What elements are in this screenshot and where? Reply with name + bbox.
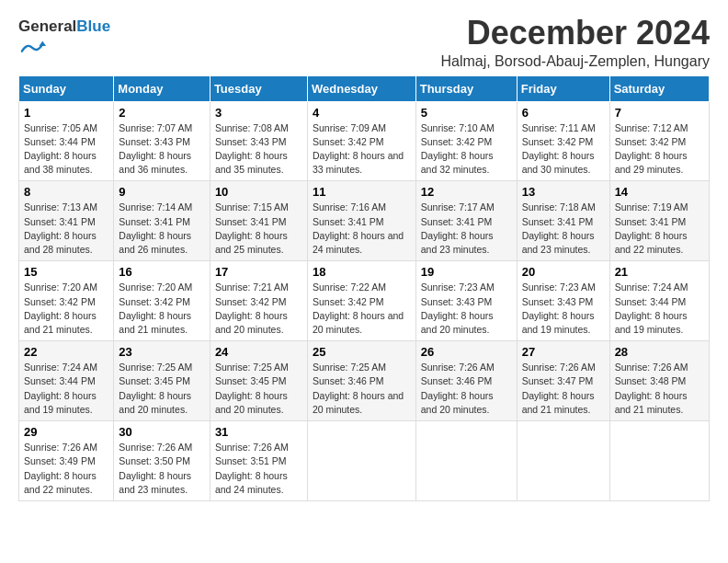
day-info: Sunrise: 7:26 AMSunset: 3:50 PMDaylight:…: [119, 442, 192, 495]
calendar-cell: 22Sunrise: 7:24 AMSunset: 3:44 PMDayligh…: [19, 341, 114, 421]
calendar-cell: 26Sunrise: 7:26 AMSunset: 3:46 PMDayligh…: [415, 341, 517, 421]
calendar-header-wednesday: Wednesday: [307, 75, 415, 101]
day-number: 19: [421, 265, 512, 279]
day-number: 1: [24, 106, 108, 120]
day-number: 8: [24, 185, 108, 199]
calendar-cell: 28Sunrise: 7:26 AMSunset: 3:48 PMDayligh…: [609, 341, 709, 421]
calendar-header-saturday: Saturday: [609, 75, 709, 101]
day-number: 5: [421, 106, 512, 120]
day-number: 17: [215, 265, 302, 279]
calendar-week-3: 15Sunrise: 7:20 AMSunset: 3:42 PMDayligh…: [19, 261, 710, 341]
calendar-cell: 23Sunrise: 7:25 AMSunset: 3:45 PMDayligh…: [114, 341, 210, 421]
calendar-cell: 15Sunrise: 7:20 AMSunset: 3:42 PMDayligh…: [19, 261, 114, 341]
calendar-cell: 29Sunrise: 7:26 AMSunset: 3:49 PMDayligh…: [19, 421, 114, 501]
calendar-cell: [609, 421, 709, 501]
calendar-header-monday: Monday: [114, 75, 210, 101]
day-info: Sunrise: 7:23 AMSunset: 3:43 PMDaylight:…: [421, 282, 495, 335]
calendar-cell: 9Sunrise: 7:14 AMSunset: 3:41 PMDaylight…: [114, 181, 210, 261]
day-info: Sunrise: 7:20 AMSunset: 3:42 PMDaylight:…: [24, 282, 97, 335]
day-info: Sunrise: 7:08 AMSunset: 3:43 PMDaylight:…: [215, 122, 289, 176]
calendar-cell: 30Sunrise: 7:26 AMSunset: 3:50 PMDayligh…: [114, 421, 210, 501]
calendar-cell: 18Sunrise: 7:22 AMSunset: 3:42 PMDayligh…: [307, 261, 415, 341]
calendar-cell: 19Sunrise: 7:23 AMSunset: 3:43 PMDayligh…: [415, 261, 517, 341]
calendar-cell: 24Sunrise: 7:25 AMSunset: 3:45 PMDayligh…: [210, 341, 307, 421]
day-info: Sunrise: 7:17 AMSunset: 3:41 PMDaylight:…: [421, 201, 495, 255]
day-number: 15: [24, 265, 108, 279]
calendar-week-2: 8Sunrise: 7:13 AMSunset: 3:41 PMDaylight…: [19, 181, 710, 261]
day-number: 25: [313, 345, 411, 359]
calendar-cell: 17Sunrise: 7:21 AMSunset: 3:42 PMDayligh…: [210, 261, 307, 341]
calendar-cell: 13Sunrise: 7:18 AMSunset: 3:41 PMDayligh…: [517, 181, 609, 261]
logo: GeneralBlue: [18, 18, 110, 60]
logo-wave-icon: [20, 34, 46, 60]
day-info: Sunrise: 7:25 AMSunset: 3:45 PMDaylight:…: [119, 362, 192, 415]
calendar-cell: 25Sunrise: 7:25 AMSunset: 3:46 PMDayligh…: [307, 341, 415, 421]
day-info: Sunrise: 7:18 AMSunset: 3:41 PMDaylight:…: [522, 201, 596, 255]
day-info: Sunrise: 7:05 AMSunset: 3:44 PMDaylight:…: [24, 122, 97, 176]
calendar-cell: 16Sunrise: 7:20 AMSunset: 3:42 PMDayligh…: [114, 261, 210, 341]
day-info: Sunrise: 7:14 AMSunset: 3:41 PMDaylight:…: [119, 201, 192, 255]
day-info: Sunrise: 7:25 AMSunset: 3:45 PMDaylight:…: [215, 362, 289, 415]
day-number: 13: [522, 185, 605, 199]
day-number: 20: [522, 265, 605, 279]
calendar-cell: 6Sunrise: 7:11 AMSunset: 3:42 PMDaylight…: [517, 101, 609, 181]
day-info: Sunrise: 7:21 AMSunset: 3:42 PMDaylight:…: [215, 282, 289, 335]
day-info: Sunrise: 7:24 AMSunset: 3:44 PMDaylight:…: [24, 362, 97, 415]
day-number: 26: [421, 345, 512, 359]
header: GeneralBlue December 2024 Halmaj, Borsod…: [18, 15, 710, 70]
calendar-week-5: 29Sunrise: 7:26 AMSunset: 3:49 PMDayligh…: [19, 421, 710, 501]
day-info: Sunrise: 7:26 AMSunset: 3:49 PMDaylight:…: [24, 442, 97, 495]
day-number: 27: [522, 345, 605, 359]
day-info: Sunrise: 7:20 AMSunset: 3:42 PMDaylight:…: [119, 282, 192, 335]
day-number: 11: [313, 185, 411, 199]
calendar-cell: 12Sunrise: 7:17 AMSunset: 3:41 PMDayligh…: [415, 181, 517, 261]
calendar-header-thursday: Thursday: [415, 75, 517, 101]
subtitle: Halmaj, Borsod-Abauj-Zemplen, Hungary: [440, 53, 710, 70]
day-info: Sunrise: 7:26 AMSunset: 3:47 PMDaylight:…: [522, 362, 596, 415]
day-number: 12: [421, 185, 512, 199]
day-info: Sunrise: 7:23 AMSunset: 3:43 PMDaylight:…: [522, 282, 596, 335]
day-info: Sunrise: 7:26 AMSunset: 3:51 PMDaylight:…: [215, 442, 289, 495]
day-number: 7: [615, 106, 704, 120]
calendar-cell: 5Sunrise: 7:10 AMSunset: 3:42 PMDaylight…: [415, 101, 517, 181]
day-number: 16: [119, 265, 205, 279]
calendar-cell: 20Sunrise: 7:23 AMSunset: 3:43 PMDayligh…: [517, 261, 609, 341]
day-number: 31: [215, 425, 302, 439]
calendar-cell: 2Sunrise: 7:07 AMSunset: 3:43 PMDaylight…: [114, 101, 210, 181]
day-info: Sunrise: 7:19 AMSunset: 3:41 PMDaylight:…: [615, 201, 688, 255]
calendar-cell: 10Sunrise: 7:15 AMSunset: 3:41 PMDayligh…: [210, 181, 307, 261]
calendar-cell: 8Sunrise: 7:13 AMSunset: 3:41 PMDaylight…: [19, 181, 114, 261]
calendar-week-4: 22Sunrise: 7:24 AMSunset: 3:44 PMDayligh…: [19, 341, 710, 421]
day-number: 18: [313, 265, 411, 279]
day-info: Sunrise: 7:13 AMSunset: 3:41 PMDaylight:…: [24, 201, 97, 255]
calendar-cell: 7Sunrise: 7:12 AMSunset: 3:42 PMDaylight…: [609, 101, 709, 181]
day-info: Sunrise: 7:10 AMSunset: 3:42 PMDaylight:…: [421, 122, 495, 176]
day-number: 30: [119, 425, 205, 439]
day-info: Sunrise: 7:12 AMSunset: 3:42 PMDaylight:…: [615, 122, 688, 176]
logo-blue: Blue: [76, 17, 110, 35]
calendar-cell: [517, 421, 609, 501]
calendar-header-sunday: Sunday: [19, 75, 114, 101]
calendar-cell: 3Sunrise: 7:08 AMSunset: 3:43 PMDaylight…: [210, 101, 307, 181]
calendar-cell: 14Sunrise: 7:19 AMSunset: 3:41 PMDayligh…: [609, 181, 709, 261]
calendar-cell: 11Sunrise: 7:16 AMSunset: 3:41 PMDayligh…: [307, 181, 415, 261]
day-info: Sunrise: 7:15 AMSunset: 3:41 PMDaylight:…: [215, 201, 289, 255]
calendar-week-1: 1Sunrise: 7:05 AMSunset: 3:44 PMDaylight…: [19, 101, 710, 181]
main-title: December 2024: [440, 15, 710, 52]
day-info: Sunrise: 7:26 AMSunset: 3:48 PMDaylight:…: [615, 362, 688, 415]
calendar-cell: 21Sunrise: 7:24 AMSunset: 3:44 PMDayligh…: [609, 261, 709, 341]
calendar-header-friday: Friday: [517, 75, 609, 101]
day-info: Sunrise: 7:22 AMSunset: 3:42 PMDaylight:…: [313, 282, 404, 335]
day-number: 14: [615, 185, 704, 199]
calendar-body: 1Sunrise: 7:05 AMSunset: 3:44 PMDaylight…: [19, 101, 710, 500]
calendar-header-tuesday: Tuesday: [210, 75, 307, 101]
title-area: December 2024 Halmaj, Borsod-Abauj-Zempl…: [440, 15, 710, 70]
day-number: 21: [615, 265, 704, 279]
calendar-cell: [415, 421, 517, 501]
day-number: 9: [119, 185, 205, 199]
day-info: Sunrise: 7:25 AMSunset: 3:46 PMDaylight:…: [313, 362, 404, 415]
calendar-cell: 4Sunrise: 7:09 AMSunset: 3:42 PMDaylight…: [307, 101, 415, 181]
calendar-table: SundayMondayTuesdayWednesdayThursdayFrid…: [18, 75, 710, 501]
day-number: 3: [215, 106, 302, 120]
day-number: 29: [24, 425, 108, 439]
